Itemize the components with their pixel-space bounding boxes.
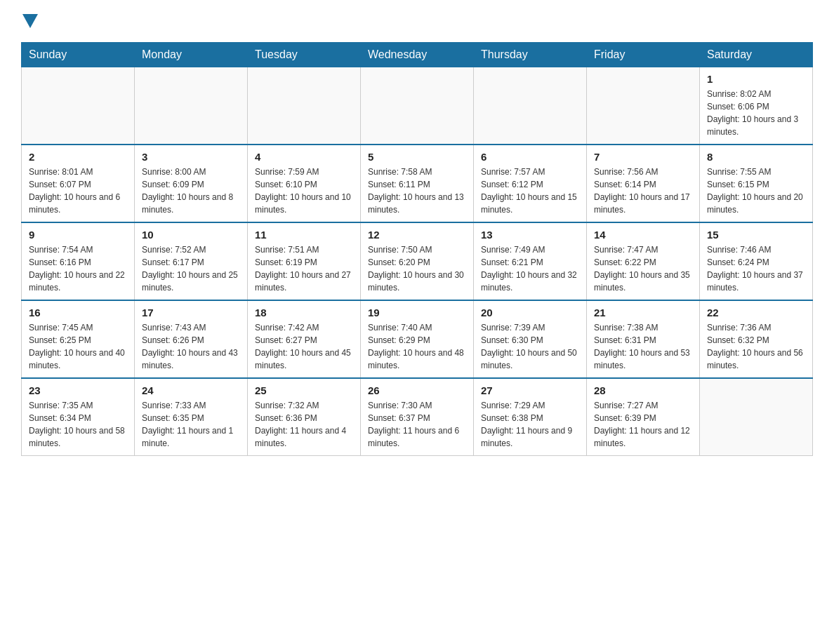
day-number: 4	[255, 151, 353, 163]
day-number: 23	[29, 384, 127, 396]
calendar-cell: 26Sunrise: 7:30 AM Sunset: 6:37 PM Dayli…	[361, 378, 474, 456]
day-info: Sunrise: 8:02 AM Sunset: 6:06 PM Dayligh…	[707, 88, 805, 138]
day-info: Sunrise: 7:47 AM Sunset: 6:22 PM Dayligh…	[594, 243, 692, 294]
calendar-cell: 8Sunrise: 7:55 AM Sunset: 6:15 PM Daylig…	[700, 145, 813, 222]
calendar-cell: 18Sunrise: 7:42 AM Sunset: 6:27 PM Dayli…	[248, 300, 361, 378]
calendar-table: Sunday Monday Tuesday Wednesday Thursday…	[21, 42, 813, 456]
day-number: 27	[481, 384, 579, 396]
page-header	[21, 14, 813, 29]
col-tuesday: Tuesday	[248, 43, 361, 67]
calendar-cell	[700, 378, 813, 456]
calendar-cell: 6Sunrise: 7:57 AM Sunset: 6:12 PM Daylig…	[474, 145, 587, 222]
day-number: 14	[594, 229, 692, 241]
day-number: 7	[594, 151, 692, 163]
day-info: Sunrise: 7:30 AM Sunset: 6:37 PM Dayligh…	[368, 399, 466, 450]
day-number: 24	[142, 384, 240, 396]
logo-text-block	[21, 14, 38, 29]
day-info: Sunrise: 7:54 AM Sunset: 6:16 PM Dayligh…	[29, 243, 127, 294]
calendar-cell: 4Sunrise: 7:59 AM Sunset: 6:10 PM Daylig…	[248, 145, 361, 222]
col-wednesday: Wednesday	[361, 43, 474, 67]
calendar-cell: 11Sunrise: 7:51 AM Sunset: 6:19 PM Dayli…	[248, 222, 361, 300]
day-number: 12	[368, 229, 466, 241]
calendar-cell	[248, 67, 361, 145]
calendar-cell: 28Sunrise: 7:27 AM Sunset: 6:39 PM Dayli…	[587, 378, 700, 456]
day-number: 18	[255, 307, 353, 318]
day-info: Sunrise: 7:57 AM Sunset: 6:12 PM Dayligh…	[481, 166, 579, 216]
svg-marker-0	[22, 14, 38, 28]
day-number: 3	[142, 151, 240, 163]
week-row-1: 2Sunrise: 8:01 AM Sunset: 6:07 PM Daylig…	[22, 145, 813, 222]
day-info: Sunrise: 7:29 AM Sunset: 6:38 PM Dayligh…	[481, 399, 579, 450]
day-info: Sunrise: 7:50 AM Sunset: 6:20 PM Dayligh…	[368, 243, 466, 294]
day-number: 28	[594, 384, 692, 396]
calendar-cell: 3Sunrise: 8:00 AM Sunset: 6:09 PM Daylig…	[135, 145, 248, 222]
day-number: 11	[255, 229, 353, 241]
day-number: 15	[707, 229, 805, 241]
week-row-2: 9Sunrise: 7:54 AM Sunset: 6:16 PM Daylig…	[22, 222, 813, 300]
calendar-cell: 17Sunrise: 7:43 AM Sunset: 6:26 PM Dayli…	[135, 300, 248, 378]
day-number: 22	[707, 307, 805, 318]
day-info: Sunrise: 7:56 AM Sunset: 6:14 PM Dayligh…	[594, 166, 692, 216]
day-number: 19	[368, 307, 466, 318]
calendar-cell: 13Sunrise: 7:49 AM Sunset: 6:21 PM Dayli…	[474, 222, 587, 300]
day-number: 16	[29, 307, 127, 318]
col-saturday: Saturday	[700, 43, 813, 67]
day-info: Sunrise: 7:45 AM Sunset: 6:25 PM Dayligh…	[29, 321, 127, 372]
calendar-cell: 24Sunrise: 7:33 AM Sunset: 6:35 PM Dayli…	[135, 378, 248, 456]
day-info: Sunrise: 7:43 AM Sunset: 6:26 PM Dayligh…	[142, 321, 240, 372]
col-monday: Monday	[135, 43, 248, 67]
day-number: 17	[142, 307, 240, 318]
day-number: 26	[368, 384, 466, 396]
calendar-cell: 21Sunrise: 7:38 AM Sunset: 6:31 PM Dayli…	[587, 300, 700, 378]
header-row: Sunday Monday Tuesday Wednesday Thursday…	[22, 43, 813, 67]
calendar-cell	[135, 67, 248, 145]
calendar-cell: 5Sunrise: 7:58 AM Sunset: 6:11 PM Daylig…	[361, 145, 474, 222]
day-info: Sunrise: 7:59 AM Sunset: 6:10 PM Dayligh…	[255, 166, 353, 216]
week-row-0: 1Sunrise: 8:02 AM Sunset: 6:06 PM Daylig…	[22, 67, 813, 145]
calendar-cell: 27Sunrise: 7:29 AM Sunset: 6:38 PM Dayli…	[474, 378, 587, 456]
day-info: Sunrise: 7:40 AM Sunset: 6:29 PM Dayligh…	[368, 321, 466, 372]
day-info: Sunrise: 8:01 AM Sunset: 6:07 PM Dayligh…	[29, 166, 127, 216]
calendar-cell: 1Sunrise: 8:02 AM Sunset: 6:06 PM Daylig…	[700, 67, 813, 145]
day-info: Sunrise: 7:27 AM Sunset: 6:39 PM Dayligh…	[594, 399, 692, 450]
day-number: 6	[481, 151, 579, 163]
day-info: Sunrise: 7:51 AM Sunset: 6:19 PM Dayligh…	[255, 243, 353, 294]
day-number: 9	[29, 229, 127, 241]
col-sunday: Sunday	[22, 43, 135, 67]
calendar-cell	[587, 67, 700, 145]
day-info: Sunrise: 7:38 AM Sunset: 6:31 PM Dayligh…	[594, 321, 692, 372]
week-row-4: 23Sunrise: 7:35 AM Sunset: 6:34 PM Dayli…	[22, 378, 813, 456]
day-info: Sunrise: 7:55 AM Sunset: 6:15 PM Dayligh…	[707, 166, 805, 216]
week-row-3: 16Sunrise: 7:45 AM Sunset: 6:25 PM Dayli…	[22, 300, 813, 378]
col-friday: Friday	[587, 43, 700, 67]
day-info: Sunrise: 7:58 AM Sunset: 6:11 PM Dayligh…	[368, 166, 466, 216]
day-number: 8	[707, 151, 805, 163]
day-info: Sunrise: 7:52 AM Sunset: 6:17 PM Dayligh…	[142, 243, 240, 294]
day-info: Sunrise: 7:33 AM Sunset: 6:35 PM Dayligh…	[142, 399, 240, 450]
day-number: 10	[142, 229, 240, 241]
day-number: 5	[368, 151, 466, 163]
day-number: 13	[481, 229, 579, 241]
logo	[21, 14, 38, 29]
calendar-cell: 25Sunrise: 7:32 AM Sunset: 6:36 PM Dayli…	[248, 378, 361, 456]
calendar-cell: 10Sunrise: 7:52 AM Sunset: 6:17 PM Dayli…	[135, 222, 248, 300]
day-info: Sunrise: 7:32 AM Sunset: 6:36 PM Dayligh…	[255, 399, 353, 450]
day-number: 1	[707, 73, 805, 85]
day-number: 21	[594, 307, 692, 318]
calendar-header: Sunday Monday Tuesday Wednesday Thursday…	[22, 43, 813, 67]
day-info: Sunrise: 7:42 AM Sunset: 6:27 PM Dayligh…	[255, 321, 353, 372]
day-info: Sunrise: 7:35 AM Sunset: 6:34 PM Dayligh…	[29, 399, 127, 450]
calendar-cell: 15Sunrise: 7:46 AM Sunset: 6:24 PM Dayli…	[700, 222, 813, 300]
col-thursday: Thursday	[474, 43, 587, 67]
day-info: Sunrise: 7:46 AM Sunset: 6:24 PM Dayligh…	[707, 243, 805, 294]
calendar-cell: 22Sunrise: 7:36 AM Sunset: 6:32 PM Dayli…	[700, 300, 813, 378]
calendar-cell: 14Sunrise: 7:47 AM Sunset: 6:22 PM Dayli…	[587, 222, 700, 300]
day-info: Sunrise: 8:00 AM Sunset: 6:09 PM Dayligh…	[142, 166, 240, 216]
calendar-cell	[22, 67, 135, 145]
calendar-cell: 9Sunrise: 7:54 AM Sunset: 6:16 PM Daylig…	[22, 222, 135, 300]
day-info: Sunrise: 7:39 AM Sunset: 6:30 PM Dayligh…	[481, 321, 579, 372]
calendar-body: 1Sunrise: 8:02 AM Sunset: 6:06 PM Daylig…	[22, 67, 813, 456]
calendar-cell: 12Sunrise: 7:50 AM Sunset: 6:20 PM Dayli…	[361, 222, 474, 300]
calendar-cell: 23Sunrise: 7:35 AM Sunset: 6:34 PM Dayli…	[22, 378, 135, 456]
calendar-cell: 2Sunrise: 8:01 AM Sunset: 6:07 PM Daylig…	[22, 145, 135, 222]
